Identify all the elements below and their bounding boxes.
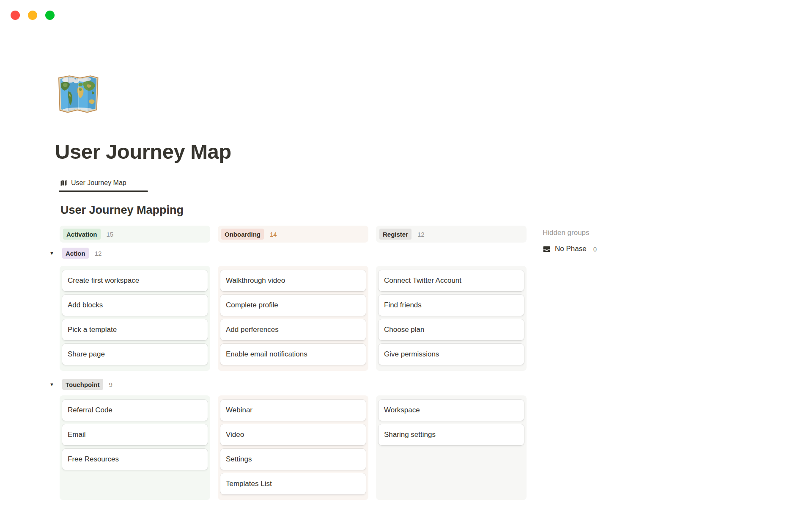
board-column-onboarding-touchpoint: Webinar Video Settings Templates List [218,395,368,500]
minimize-window-button[interactable] [28,11,37,20]
collapse-triangle-icon[interactable]: ▼ [49,251,54,256]
card[interactable]: Workspace [379,400,524,421]
page-title: User Journey Map [55,140,231,163]
tabbar-divider [59,192,757,192]
group-header-action: ▼ Action 12 [49,248,102,259]
no-phase-count: 0 [593,246,597,253]
group-badge-touchpoint[interactable]: Touchpoint [62,379,103,390]
no-phase-label: No Phase [555,245,587,253]
phase-badge-activation: Activation [63,229,101,240]
card[interactable]: Share page [62,344,208,365]
board-column-register-action: Connect Twitter Account Find friends Cho… [376,266,527,371]
collapse-triangle-icon[interactable]: ▼ [49,382,54,387]
hidden-group-no-phase[interactable]: No Phase 0 [543,245,597,253]
view-tab-label: User Journey Map [71,179,126,187]
column-header-register[interactable]: Register 12 [376,226,527,243]
zoom-window-button[interactable] [45,11,55,20]
board-column-activation-touchpoint: Referral Code Email Free Resources [60,395,210,500]
card[interactable]: Choose plan [379,319,524,340]
phase-badge-onboarding: Onboarding [221,229,264,240]
card[interactable]: Walkthrough video [220,270,366,291]
card[interactable]: Webinar [220,400,366,421]
phase-badge-register: Register [379,229,411,240]
group-header-touchpoint: ▼ Touchpoint 9 [49,379,112,390]
group-badge-action[interactable]: Action [62,248,89,259]
card[interactable]: Add blocks [62,295,208,316]
phase-count: 12 [417,231,425,238]
card[interactable]: Pick a template [62,319,208,340]
card[interactable]: Sharing settings [379,424,524,445]
card[interactable]: Email [62,424,208,445]
close-window-button[interactable] [11,11,20,20]
card[interactable]: Add perferences [220,319,366,340]
board-column-onboarding-action: Walkthrough video Complete profile Add p… [218,266,368,371]
board-view-icon [60,179,67,187]
board-column-activation-action: Create first workspace Add blocks Pick a… [60,266,210,371]
window-controls [11,11,55,20]
phase-count: 14 [270,231,277,238]
hidden-groups-label: Hidden groups [543,229,590,237]
notion-window: User Journey Map User Journey Map User J… [0,0,812,508]
board-column-register-touchpoint: Workspace Sharing settings [376,395,527,500]
column-header-onboarding[interactable]: Onboarding 14 [218,226,368,243]
world-map-icon[interactable] [56,75,100,114]
card[interactable]: Connect Twitter Account [379,270,524,291]
card[interactable]: Settings [220,449,366,470]
card[interactable]: Video [220,424,366,445]
card[interactable]: Create first workspace [62,270,208,291]
card[interactable]: Complete profile [220,295,366,316]
column-header-activation[interactable]: Activation 15 [60,226,210,243]
card[interactable]: Templates List [220,473,366,494]
section-heading: User Journey Mapping [60,204,184,217]
group-count: 9 [109,381,112,388]
card[interactable]: Referral Code [62,400,208,421]
card[interactable]: Find friends [379,295,524,316]
group-count: 12 [95,250,102,257]
inbox-icon [543,245,551,253]
view-tab-user-journey-map[interactable]: User Journey Map [60,179,126,187]
card[interactable]: Free Resources [62,449,208,470]
phase-count: 15 [107,231,114,238]
card[interactable]: Enable email notifications [220,344,366,365]
card[interactable]: Give permissions [379,344,524,365]
